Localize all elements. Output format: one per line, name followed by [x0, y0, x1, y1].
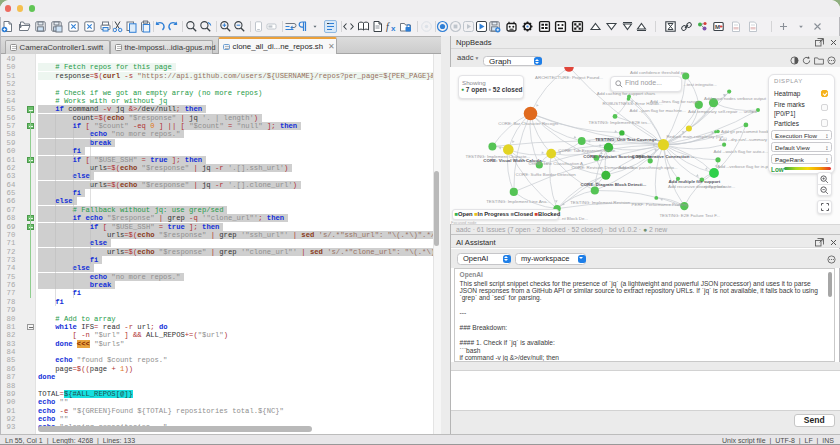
- svg-text:TESTING: Implement E2E tes...: TESTING: Implement E2E tes...: [589, 120, 651, 125]
- svg-text:...nt Block De...: ...nt Block De...: [558, 216, 588, 221]
- svg-text:...test integratio...: ...test integratio...: [683, 82, 717, 87]
- svg-text:...ry flag for aste...: ...ry flag for aste...: [700, 184, 735, 189]
- svg-text:CORE: Diagram Block Detecti...: CORE: Diagram Block Detecti...: [581, 182, 647, 187]
- svg-text:TESTING: Implement Line Ana...: TESTING: Implement Line Ana...: [486, 199, 550, 204]
- svg-text:Add --json flag for machine...: Add --json flag for machine...: [630, 108, 686, 113]
- svg-text:x: x: [391, 24, 396, 33]
- svg-text:ARCHITECTURE: Project Found...: ARCHITECTURE: Project Found...: [535, 75, 603, 80]
- svg-text:CORE: Tab Expansion Strate...: CORE: Tab Expansion Strate...: [558, 148, 618, 153]
- svg-text:M: M: [715, 24, 720, 30]
- svg-text:TESTING: E2E Failure Test F...: TESTING: E2E Failure Test F...: [659, 213, 720, 218]
- svg-text:Add multiple file support: Add multiple file support: [669, 179, 721, 184]
- svg-text:Add confidence threshold pr...: Add confidence threshold pr...: [630, 70, 688, 75]
- svg-text:CORE: Bar Character Recogni...: CORE: Bar Character Recogni...: [498, 121, 561, 126]
- svg-text:TESTING: Unit Test Coverage...: TESTING: Unit Test Coverage...: [595, 137, 660, 142]
- svg-text:CORE: Revision Scoring System: CORE: Revision Scoring System: [583, 154, 651, 159]
- svg-text:f: f: [386, 21, 390, 32]
- svg-text:Add most nodes verbose output: Add most nodes verbose output: [704, 96, 767, 101]
- svg-text:Add --watch flag for auto-c...: Add --watch flag for auto-c...: [713, 149, 768, 154]
- svg-text:TESTING: Implement Revision...: TESTING: Implement Revision...: [570, 200, 634, 205]
- svg-text:Reduce main-complexity (cur...: Reduce main-complexity (cur...: [666, 134, 726, 139]
- svg-text:CORE: Revision Demarcation S..: CORE: Revision Demarcation S...: [571, 165, 637, 170]
- svg-text:Add --verbose flag for in-pl..: Add --verbose flag for in-pl...: [717, 164, 772, 169]
- svg-text:Add --lines flag for range: Add --lines flag for range: [650, 99, 699, 104]
- svg-text:PERF: Performance Profiling: PERF: Performance Profiling: [632, 202, 689, 207]
- svg-text:Add temporary self-repair ...: Add temporary self-repair ... unified: [688, 109, 757, 114]
- svg-text:CORE: Suffix Border Detection: CORE: Suffix Border Detection: [516, 172, 577, 177]
